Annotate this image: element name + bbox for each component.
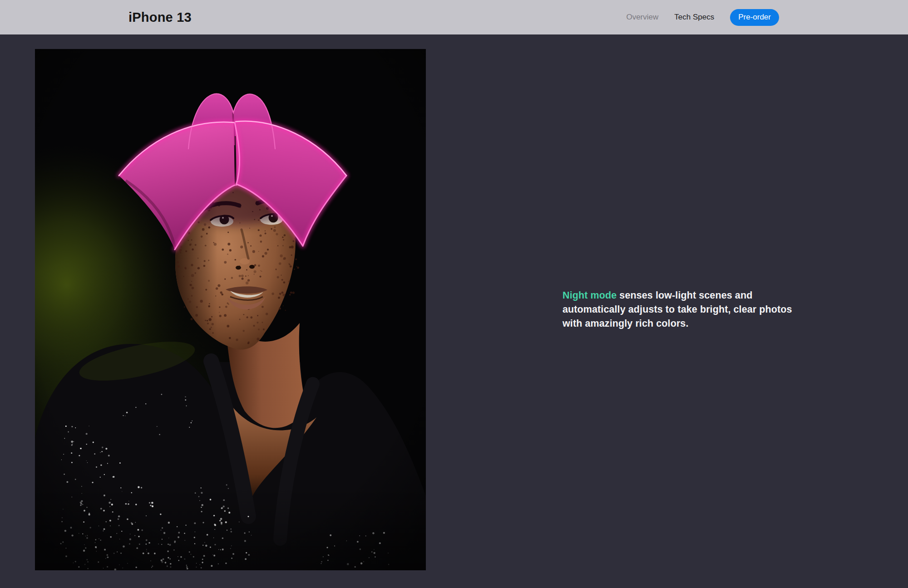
nav-link-overview[interactable]: Overview xyxy=(626,13,658,22)
night-mode-photo xyxy=(35,49,426,570)
page-title: iPhone 13 xyxy=(128,10,192,25)
caption-line-1: Night mode senses low-light scenes and xyxy=(563,289,792,303)
portrait-illustration xyxy=(35,49,426,570)
caption-line-2: automatically adjusts to take bright, cl… xyxy=(563,303,792,317)
nav-links: Overview Tech Specs Pre-order xyxy=(626,9,779,26)
nav-link-tech-specs[interactable]: Tech Specs xyxy=(674,13,714,22)
night-mode-caption: Night mode senses low-light scenes and a… xyxy=(563,289,792,331)
caption-line-1-rest: senses low-light scenes and xyxy=(617,290,752,301)
vignette xyxy=(35,49,426,570)
caption-line-3: with amazingly rich colors. xyxy=(563,317,792,331)
caption-highlight: Night mode xyxy=(563,290,617,301)
pre-order-button[interactable]: Pre-order xyxy=(730,9,779,26)
top-nav-bar: iPhone 13 Overview Tech Specs Pre-order xyxy=(0,0,908,34)
